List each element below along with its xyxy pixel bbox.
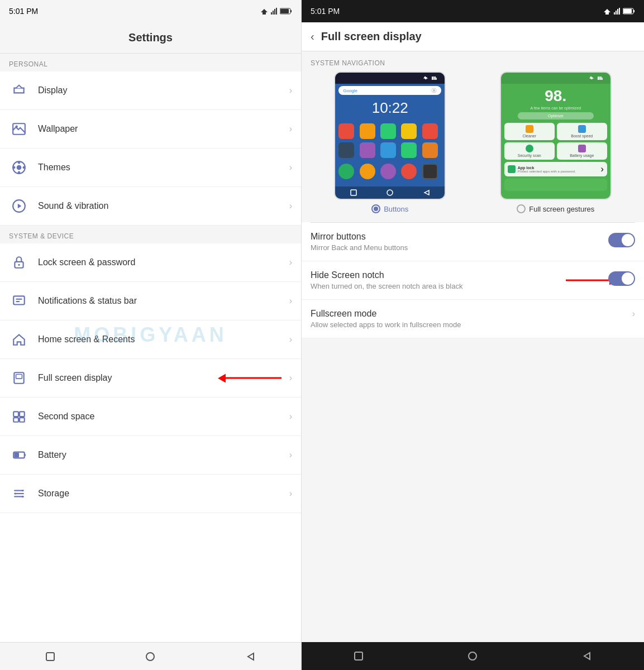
svg-rect-3: [274, 9, 275, 15]
svg-point-9: [16, 126, 18, 128]
svg-rect-43: [616, 11, 617, 15]
svg-rect-28: [20, 418, 25, 422]
sidebar-item-battery[interactable]: Battery ›: [0, 436, 301, 475]
display-label: Display: [38, 85, 289, 95]
right-header: ‹ Full screen display: [302, 22, 644, 51]
hide-notch-subtitle: When turned on, the screen notch area is…: [311, 282, 602, 290]
sidebar-item-storage[interactable]: Storage ›: [0, 475, 301, 513]
mirror-buttons-toggle[interactable]: [608, 233, 635, 247]
battery-label: Battery: [38, 450, 289, 460]
svg-rect-42: [614, 12, 615, 15]
left-panel: 5:01 PM Settings: [0, 0, 302, 670]
gestures-option[interactable]: 98. A few items can be optimized Optimiz…: [476, 71, 636, 213]
svg-point-65: [469, 652, 476, 660]
svg-point-36: [15, 492, 16, 494]
svg-rect-52: [435, 76, 436, 80]
battery-settings-icon: [9, 445, 29, 465]
nav-square-right[interactable]: [350, 648, 367, 664]
svg-marker-17: [18, 204, 22, 209]
wifi-icon: [260, 8, 269, 15]
mirror-buttons-subtitle: Mirror Back and Menu buttons: [311, 243, 602, 252]
svg-marker-66: [584, 653, 590, 659]
homescreen-icon: [9, 329, 29, 350]
svg-rect-45: [619, 8, 620, 15]
nav-circle-left[interactable]: [142, 648, 159, 665]
system-nav-label: SYSTEM NAVIGATION: [302, 51, 644, 71]
nav-back-right[interactable]: [579, 648, 595, 664]
fullscreen-icon: [9, 368, 29, 388]
svg-marker-40: [248, 653, 254, 660]
svg-rect-7: [280, 9, 289, 13]
secondspace-icon: [9, 406, 29, 427]
svg-rect-1: [271, 12, 272, 15]
hide-notch-toggle[interactable]: [608, 271, 635, 286]
svg-point-39: [146, 653, 154, 661]
hide-notch-title: Hide Screen notch: [311, 270, 602, 280]
secondspace-label: Second space: [38, 411, 289, 422]
sidebar-item-homescreen[interactable]: Home screen & Recents ›: [0, 320, 301, 359]
sidebar-item-secondspace[interactable]: Second space ›: [0, 398, 301, 436]
back-button[interactable]: ‹: [311, 30, 314, 43]
sidebar-item-wallpaper[interactable]: Wallpaper ›: [0, 110, 301, 149]
nav-circle-right[interactable]: [464, 648, 481, 664]
svg-point-57: [387, 190, 393, 195]
fullscreen-label: Full screen display: [38, 373, 289, 383]
svg-rect-64: [355, 652, 362, 660]
homescreen-label: Home screen & Recents: [38, 334, 289, 344]
right-content: SYSTEM NAVIGATION Google 10:22: [302, 51, 644, 642]
svg-point-37: [22, 496, 23, 497]
svg-marker-49: [423, 76, 428, 79]
svg-rect-2: [273, 11, 274, 15]
svg-rect-20: [13, 296, 25, 304]
sidebar-item-fullscreen[interactable]: Full screen display ›: [0, 359, 301, 398]
right-panel: 5:01 PM ‹ Full screen display: [302, 0, 644, 670]
svg-rect-26: [20, 411, 25, 417]
svg-marker-58: [424, 190, 429, 195]
sidebar-item-notifications[interactable]: Notifications & status bar ›: [0, 282, 301, 320]
battery-chevron: ›: [289, 450, 292, 460]
display-icon: [9, 80, 29, 100]
svg-rect-48: [623, 9, 632, 13]
sidebar-item-lockscreen[interactable]: Lock screen & password ›: [0, 243, 301, 282]
buttons-phone-mockup: Google 10:22: [334, 71, 446, 200]
hide-notch-info: Hide Screen notch When turned on, the sc…: [311, 270, 602, 290]
fullscreen-mode-subtitle: Allow selected apps to work in fullscree…: [311, 320, 632, 329]
svg-rect-63: [602, 78, 603, 80]
mirror-buttons-info: Mirror buttons Mirror Back and Menu butt…: [311, 232, 602, 252]
status-time-left: 5:01 PM: [9, 7, 38, 16]
status-bar-left: 5:01 PM: [0, 0, 301, 22]
svg-rect-61: [599, 76, 600, 80]
fullscreen-mode-row[interactable]: Fullscreen mode Allow selected apps to w…: [302, 300, 644, 338]
svg-point-13: [23, 166, 25, 169]
status-time-right: 5:01 PM: [311, 7, 340, 16]
nav-back-left[interactable]: [242, 648, 259, 665]
secondspace-chevron: ›: [289, 411, 292, 422]
svg-rect-38: [46, 653, 54, 661]
hide-notch-row: Hide Screen notch When turned on, the sc…: [302, 261, 644, 300]
svg-marker-0: [261, 9, 268, 15]
sidebar-item-sound[interactable]: Sound & vibration ›: [0, 187, 301, 226]
nav-square-left[interactable]: [42, 648, 59, 665]
buttons-option[interactable]: Google 10:22: [311, 71, 470, 213]
svg-marker-59: [589, 76, 594, 79]
sidebar-item-themes[interactable]: Themes ›: [0, 149, 301, 187]
wifi-icon-right: [603, 8, 612, 15]
gestures-radio[interactable]: [517, 204, 526, 213]
buttons-radio[interactable]: [371, 204, 380, 213]
settings-list: PERSONAL Display › Wallpaper › Them: [0, 54, 301, 642]
storage-label: Storage: [38, 489, 289, 499]
left-header: Settings: [0, 22, 301, 54]
sound-label: Sound & vibration: [38, 201, 289, 211]
mirror-buttons-title: Mirror buttons: [311, 232, 602, 242]
signal-icon: [271, 8, 278, 15]
wallpaper-chevron: ›: [289, 124, 292, 134]
display-chevron: ›: [289, 85, 292, 95]
fullscreen-mode-title: Fullscreen mode: [311, 309, 632, 319]
gestures-phone-mockup: 98. A few items can be optimized Optimiz…: [500, 71, 612, 200]
sidebar-item-display[interactable]: Display ›: [0, 71, 301, 110]
right-header-title: Full screen display: [321, 30, 422, 43]
svg-rect-60: [598, 76, 599, 80]
themes-label: Themes: [38, 162, 289, 173]
svg-point-11: [17, 165, 22, 170]
svg-rect-6: [290, 10, 292, 12]
